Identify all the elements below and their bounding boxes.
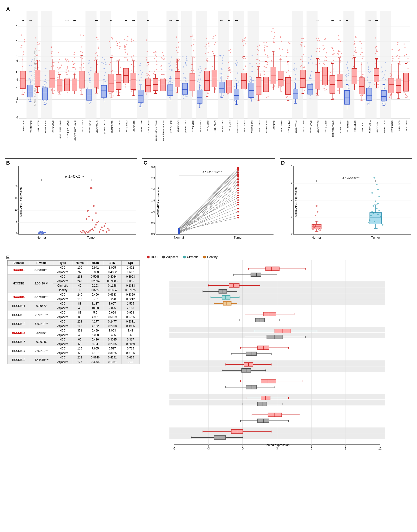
svg-point-405 [120,67,121,68]
svg-point-1279 [355,47,356,48]
svg-point-1041 [288,42,289,43]
cell-mean: 0.3727 [87,288,103,292]
svg-point-658 [186,64,187,66]
cell-iqr: 1.43 [122,328,140,333]
svg-point-961 [265,54,266,55]
panel-e: E HCC Adjacent Cirrhotic Healthy [5,253,412,455]
svg-point-439 [125,49,126,50]
svg-point-727 [206,44,207,45]
svg-point-1609 [237,190,239,191]
svg-point-1367 [376,51,378,52]
svg-text:***: *** [368,19,371,22]
svg-text:1: 1 [291,215,292,218]
svg-text:0.0: 0.0 [151,232,155,235]
svg-point-263 [83,63,84,64]
svg-point-1670 [377,214,379,215]
svg-point-233 [74,67,75,69]
svg-point-1524 [96,222,98,223]
svg-point-871 [245,65,246,67]
svg-text:Tumor: Tumor [87,236,96,239]
svg-point-1289 [354,43,355,45]
cell-mean: 0.5068 [87,274,103,279]
svg-point-330 [96,87,97,89]
legend-adjacent-label: Adjacent [166,255,178,259]
svg-point-653 [186,58,187,60]
svg-point-1396 [384,74,385,76]
svg-point-1684 [377,189,379,190]
svg-point-1679 [373,205,374,207]
svg-point-1032 [289,96,291,98]
panel-d-label: D [281,160,285,166]
cell-std: 0.6383 [103,292,122,297]
svg-point-1249 [348,88,350,89]
svg-point-1114 [312,63,313,64]
svg-point-1333 [368,66,369,68]
svg-point-1616 [237,177,239,179]
svg-point-1449 [399,63,400,64]
svg-text:***: *** [375,19,378,22]
svg-point-734 [205,45,206,47]
cell-pvalue: 5.93×10⁻⁷ [30,319,53,328]
svg-point-1305 [360,76,361,77]
cell-mean: 7.197 [87,351,103,355]
svg-point-907 [252,80,254,81]
svg-point-1674 [378,210,380,211]
svg-point-1686 [378,196,380,197]
svg-point-194 [57,67,58,68]
svg-point-661 [182,56,184,57]
svg-rect-1663 [370,213,382,224]
svg-point-121 [44,84,45,85]
svg-point-954 [264,45,265,47]
svg-point-1540 [95,212,97,214]
svg-point-983 [272,28,273,29]
cell-nums: 40 [72,283,87,288]
svg-point-1314 [361,43,362,44]
svg-point-594 [169,76,171,77]
svg-line-1578 [179,176,238,234]
svg-point-615 [179,59,180,60]
cell-nums: 97 [72,270,87,274]
cell-nums: 88 [72,302,87,306]
svg-point-699 [199,72,201,73]
cell-std: 0.2018 [103,324,122,328]
svg-line-1573 [179,183,238,229]
svg-point-1676 [376,208,377,209]
svg-text:Normal: Normal [312,236,322,239]
svg-point-1675 [374,221,375,222]
cell-type: HCC [53,355,72,360]
svg-point-1332 [368,71,369,72]
svg-point-1365 [376,46,377,47]
svg-text:2: 2 [16,97,18,100]
cell-type: HCC [53,274,72,279]
svg-point-1531 [80,231,81,232]
cell-mean: 6.406 [87,292,103,297]
svg-point-1134 [316,48,318,49]
svg-point-53 [24,92,25,93]
svg-point-1165 [324,48,325,49]
panel-a: A ARHGAP39 Expression Level (log2 TPM) 0… [5,5,412,151]
svg-point-989 [274,42,275,43]
svg-point-397 [116,41,117,42]
svg-point-934 [259,60,260,61]
svg-point-268 [80,56,81,58]
svg-point-463 [131,91,132,92]
svg-point-320 [97,55,98,56]
svg-text:0: 0 [16,232,18,235]
svg-point-1288 [354,49,356,51]
cell-mean: 5.868 [87,270,103,274]
svg-point-756 [215,42,216,43]
cell-mean: 0.2094 [87,279,103,283]
svg-rect-282 [79,71,84,88]
cell-pvalue: 4.44×10⁻³⁴ [30,355,53,364]
svg-point-112 [35,37,36,39]
svg-point-1274 [354,41,355,42]
svg-point-1173 [326,52,327,53]
svg-text:5: 5 [16,220,18,223]
svg-point-707 [201,89,202,90]
svg-point-190 [58,52,59,53]
svg-point-1300 [360,54,361,55]
svg-point-1109 [311,71,313,72]
svg-point-1443 [399,64,400,65]
svg-point-1197 [332,48,334,49]
svg-rect-1741 [229,283,240,287]
